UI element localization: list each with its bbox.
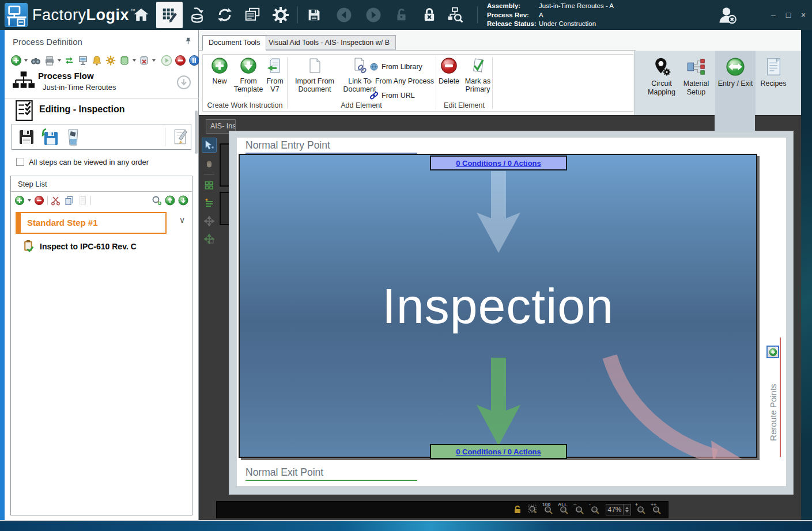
lock-view-icon[interactable] (512, 505, 523, 515)
minimize-button[interactable]: – (766, 0, 780, 30)
align-tool[interactable] (202, 196, 217, 211)
add-step-icon[interactable] (14, 195, 25, 206)
tab-document-tools[interactable]: Document Tools (202, 35, 266, 51)
import-from-document-button[interactable]: Import From Document (292, 57, 337, 93)
undo-button[interactable] (331, 0, 357, 30)
settings-button[interactable] (268, 0, 293, 30)
recipes-button[interactable]: Recipes (756, 55, 791, 88)
from-url-button[interactable]: From URL (369, 88, 434, 103)
delete-button[interactable]: Delete (436, 57, 462, 85)
entry-conditions-link[interactable]: 0 Conditions / 0 Actions (456, 159, 541, 168)
panel-scrollbar-thumb[interactable] (195, 111, 198, 154)
zoom-in-button[interactable]: + (636, 505, 647, 515)
mark-as-primary-button[interactable]: Mark as Primary (463, 57, 493, 93)
sync-button[interactable] (212, 0, 237, 30)
remove-step-icon[interactable] (34, 195, 44, 206)
presentation-icon[interactable] (77, 55, 89, 66)
substep-label[interactable]: Inspect to IPC-610 Rev. C (40, 242, 137, 251)
add-step-dropdown-caret[interactable] (28, 199, 31, 202)
from-template-button[interactable]: From Template (233, 57, 264, 93)
process-audit-button[interactable] (443, 0, 468, 30)
add-process-icon[interactable] (10, 55, 22, 66)
zoom-spinner-up[interactable] (625, 507, 629, 509)
exit-conditions-bar[interactable]: 0 Conditions / 0 Actions (430, 444, 567, 459)
stop-icon[interactable] (175, 55, 186, 66)
redo-button[interactable] (361, 0, 386, 30)
grid-tool[interactable] (202, 178, 217, 193)
reroute-flow-arrow (610, 356, 716, 457)
process-rev-value: A (539, 12, 543, 18)
zoom-out-button[interactable]: - (590, 505, 600, 515)
step-expand-chevron[interactable]: ∨ (179, 215, 185, 225)
save-button[interactable] (301, 0, 327, 30)
user-session-button[interactable] (713, 0, 741, 30)
cut-icon[interactable] (51, 195, 61, 206)
any-order-checkbox[interactable] (16, 158, 24, 166)
delete-dropdown-caret[interactable] (152, 59, 156, 62)
from-library-button[interactable]: From Library (369, 59, 434, 74)
hold-icon[interactable] (188, 55, 200, 66)
discard-changes-icon[interactable] (64, 127, 82, 147)
divider (11, 191, 192, 192)
unlock-button[interactable] (389, 0, 414, 30)
process-step-box[interactable]: Inspection (239, 154, 757, 458)
forms-button[interactable] (240, 0, 265, 30)
exit-conditions-link[interactable]: 0 Conditions / 0 Actions (456, 447, 541, 456)
move-elements-tool[interactable] (202, 214, 217, 229)
zoom-level-spinner[interactable] (623, 505, 630, 515)
export-dropdown-caret[interactable] (133, 59, 136, 62)
from-any-process-button[interactable]: From Any Process (369, 74, 434, 88)
step-item-standard-step-1[interactable]: Standard Step #1 (16, 212, 167, 234)
process-definition-button[interactable] (156, 2, 183, 28)
select-move-tool[interactable] (202, 138, 217, 153)
step-list-title: Step List (18, 180, 47, 188)
add-reroute-point-button[interactable] (766, 346, 779, 358)
entry-conditions-bar[interactable]: 0 Conditions / 0 Actions (430, 155, 567, 170)
exit-flow-arrow (477, 358, 520, 446)
maximize-button[interactable]: □ (781, 0, 795, 30)
delete-data-icon[interactable] (138, 55, 150, 66)
process-flow-title: Process Flow (38, 71, 94, 81)
tab-visual-aid-tools[interactable]: Visual Aid Tools - AIS- Inspection w/ B (262, 35, 396, 50)
zoom-window-icon[interactable] (528, 505, 538, 515)
find-icon[interactable] (30, 55, 41, 66)
process-toolbar (10, 54, 200, 67)
save-as-icon[interactable] (40, 127, 59, 147)
collapse-section-button[interactable] (176, 75, 191, 90)
material-setup-button[interactable]: Material Setup (679, 55, 713, 97)
swap-process-icon[interactable] (63, 55, 75, 66)
grid-icon (204, 180, 214, 191)
circuit-mapping-button[interactable]: Circuit Mapping (644, 55, 679, 97)
zoom-all-button[interactable]: ALL (559, 505, 569, 515)
zoom-step-icon[interactable] (152, 195, 162, 206)
zoom-out-fast-button[interactable]: -- (575, 505, 585, 515)
zoom-level-field[interactable]: 47% (606, 504, 631, 515)
print-dropdown-caret[interactable] (58, 59, 61, 62)
edit-document-icon[interactable] (172, 128, 190, 146)
alerts-bell-icon[interactable] (91, 55, 103, 66)
print-icon[interactable] (44, 55, 55, 66)
zoom-in-fast-button[interactable]: ++ (652, 505, 662, 515)
paste-icon[interactable] (77, 195, 88, 206)
process-settings-gear-icon[interactable] (105, 55, 116, 66)
align-lines-icon (204, 198, 214, 208)
release-icon[interactable] (161, 55, 172, 66)
from-v7-button[interactable]: From V7 (264, 57, 286, 93)
save-document-icon[interactable] (18, 128, 35, 146)
move-step-down-icon[interactable] (178, 195, 188, 206)
move-step-up-icon[interactable] (165, 195, 175, 206)
pan-tool[interactable] (202, 155, 217, 170)
close-button[interactable]: × (796, 0, 810, 30)
pin-icon[interactable] (184, 37, 192, 45)
copy-icon[interactable] (64, 195, 74, 206)
new-button[interactable]: New (206, 57, 233, 85)
zoom-spinner-down[interactable] (625, 510, 629, 513)
zoom-100-button[interactable]: 100 (543, 505, 554, 515)
production-button[interactable] (184, 0, 210, 30)
export-data-icon[interactable] (119, 55, 130, 66)
home-button[interactable] (129, 0, 154, 30)
move-step-tool[interactable] (202, 232, 217, 246)
lock-revision-button[interactable] (417, 0, 442, 30)
entry-exit-button[interactable]: Entry / Exit (715, 51, 756, 115)
add-process-dropdown-caret[interactable] (24, 59, 28, 62)
